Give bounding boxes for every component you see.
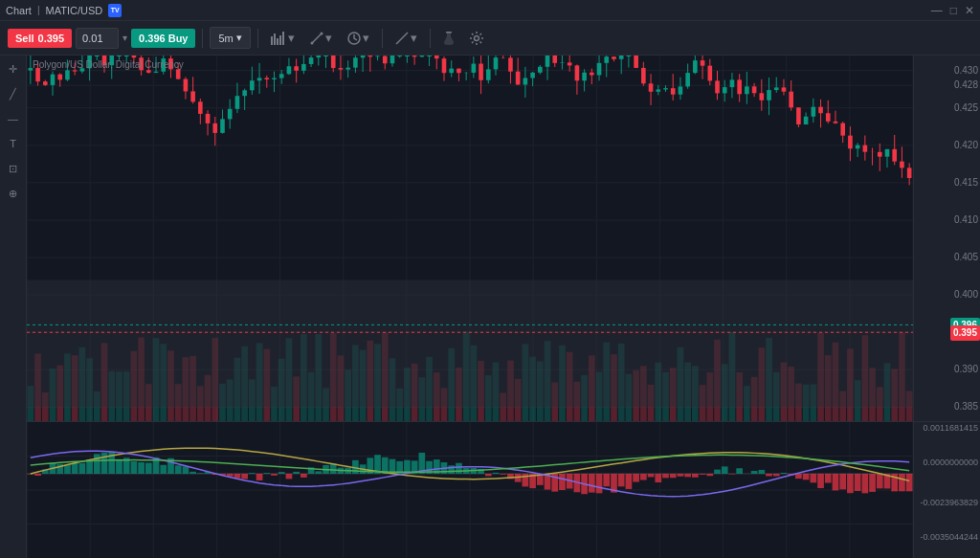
separator-2 <box>257 29 258 48</box>
indicators-button[interactable]: ▾ <box>265 27 301 49</box>
symbol-label: MATIC/USD <box>46 5 103 16</box>
svg-rect-1 <box>274 33 276 45</box>
price-scale-label: 0.395 <box>950 325 980 341</box>
horizontal-line-tool[interactable]: — <box>4 109 23 128</box>
price-scale-label: 0.420 <box>954 141 978 150</box>
measure-tool[interactable]: ⊡ <box>4 159 23 178</box>
price-scale-label: 0.430 <box>954 66 978 76</box>
line-tool-button[interactable]: ▾ <box>390 27 423 49</box>
chart-main: Polygon/US Dollar, Digital Currency Jun … <box>27 56 913 558</box>
price-scale-label: 0.405 <box>954 253 978 262</box>
macd-scale-label: 0.0000000000 <box>923 458 978 467</box>
window-controls[interactable]: — □ ✕ <box>931 4 974 17</box>
chart-description: Polygon/US Dollar, Digital Currency <box>33 59 184 70</box>
sell-price: 0.395 <box>38 33 65 44</box>
interval-button[interactable]: 5m ▾ <box>210 27 250 49</box>
tradingview-icon: TV <box>108 4 122 17</box>
interval-arrow: ▾ <box>236 32 242 44</box>
macd-canvas <box>27 422 913 558</box>
svg-rect-0 <box>271 36 273 45</box>
svg-rect-3 <box>279 35 281 45</box>
interval-label: 5m <box>218 33 233 44</box>
strategy-button[interactable] <box>437 28 460 49</box>
price-scale-label: 0.385 <box>954 402 978 412</box>
macd-scale-label: -0.0035044244 <box>920 533 978 542</box>
separator-1 <box>202 29 203 48</box>
zoom-tool[interactable]: ⊕ <box>4 184 23 203</box>
trend-line-tool[interactable]: ╱ <box>4 84 23 103</box>
text-tool[interactable]: T <box>4 134 23 153</box>
right-price-scale: 0.4300.4280.4250.4200.4150.4100.4050.400… <box>913 56 980 558</box>
macd-scale-label: -0.0023963829 <box>920 499 978 507</box>
app-name: Chart <box>6 5 32 16</box>
sell-label: Sell <box>15 33 34 44</box>
svg-point-10 <box>474 35 479 40</box>
separator-4 <box>430 29 431 48</box>
toolbar: Sell 0.395 ▾ 0.396 Buy 5m ▾ ▾ ▾ <box>0 21 980 56</box>
drawing-button[interactable]: ▾ <box>304 27 338 49</box>
price-canvas <box>27 56 913 422</box>
close-btn[interactable]: ✕ <box>965 4 974 17</box>
price-scale-label: 0.400 <box>954 290 978 300</box>
crosshair-tool[interactable]: ✛ <box>4 59 23 78</box>
price-chart[interactable]: Polygon/US Dollar, Digital Currency <box>27 56 913 422</box>
price-scale-label: 0.425 <box>954 103 978 113</box>
title-bar: Chart | MATIC/USD TV — □ ✕ <box>0 0 980 21</box>
macd-scale-label: 0.0011681415 <box>923 424 978 433</box>
svg-rect-9 <box>446 32 452 33</box>
price-scale-label: 0.415 <box>954 178 978 188</box>
price-scale-label: 0.428 <box>954 80 978 90</box>
price-scale-label: 0.390 <box>954 365 978 374</box>
maximize-btn[interactable]: □ <box>950 4 957 17</box>
minimize-btn[interactable]: — <box>931 4 943 17</box>
buy-button[interactable]: 0.396 Buy <box>131 29 195 48</box>
buy-label: Buy <box>168 33 189 44</box>
buy-price: 0.396 <box>139 33 166 44</box>
svg-point-6 <box>310 41 313 44</box>
spread-input[interactable] <box>76 28 119 49</box>
sell-button[interactable]: Sell 0.395 <box>8 29 72 48</box>
svg-rect-2 <box>277 38 278 45</box>
settings-button[interactable] <box>464 28 489 49</box>
price-scale-label: 0.410 <box>954 215 978 225</box>
svg-point-5 <box>320 32 323 34</box>
left-sidebar: ✛ ╱ — T ⊡ ⊕ <box>0 56 27 558</box>
chart-container: ✛ ╱ — T ⊡ ⊕ Polygon/US Dollar, Digital C… <box>0 56 980 558</box>
separator-3 <box>382 29 383 48</box>
svg-line-8 <box>396 33 408 44</box>
macd-chart[interactable] <box>27 422 913 558</box>
svg-rect-4 <box>282 32 284 45</box>
symbol-separator: | <box>37 5 40 15</box>
clock-button[interactable]: ▾ <box>342 27 375 49</box>
